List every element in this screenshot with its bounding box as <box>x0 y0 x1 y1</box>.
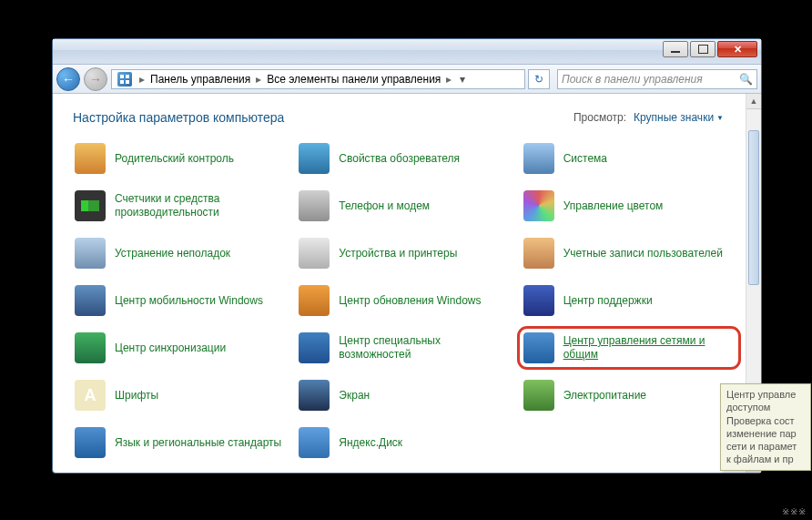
cp-item-label: Свойства обозревателя <box>339 152 460 166</box>
ic-color-icon <box>523 190 554 221</box>
ic-trouble-icon <box>75 238 106 269</box>
cp-item-label: Центр поддержки <box>563 294 653 308</box>
content-area: Настройка параметров компьютера Просмотр… <box>53 94 761 473</box>
search-icon: 🔍 <box>739 73 753 86</box>
ic-update-icon <box>299 285 330 316</box>
crumb-sep-icon: ▸ <box>442 73 455 86</box>
cp-item-label: Экран <box>339 389 370 403</box>
watermark: ※※※ <box>782 506 807 516</box>
minimize-button[interactable] <box>663 41 688 57</box>
cp-item-label: Центр обновления Windows <box>339 294 481 308</box>
cp-item[interactable]: Шрифты <box>73 378 288 413</box>
cp-item[interactable]: Центр управления сетями и общим <box>522 331 736 365</box>
view-label: Просмотр: <box>573 111 626 124</box>
titlebar <box>53 39 761 65</box>
ic-display-icon <box>299 380 330 411</box>
cp-item[interactable]: Центр синхронизации <box>73 331 288 365</box>
control-panel-icon <box>117 72 132 87</box>
cp-item-label: Язык и региональные стандарты <box>115 436 281 450</box>
search-placeholder: Поиск в панели управления <box>562 73 703 86</box>
maximize-button[interactable] <box>690 41 716 57</box>
tooltip-line: Центр управле <box>726 388 805 401</box>
cp-item-label: Электропитание <box>563 389 646 403</box>
control-panel-window: ← → ▸ Панель управления ▸ Все элементы п… <box>52 38 762 474</box>
cp-item-label: Родительский контроль <box>115 152 234 166</box>
cp-item[interactable]: Свойства обозревателя <box>297 141 512 176</box>
crumb-sep-icon: ▸ <box>136 73 148 86</box>
cp-item[interactable]: Управление цветом <box>522 189 736 223</box>
crumb-sep-icon: ▸ <box>252 73 265 86</box>
ic-ease-icon <box>299 332 330 363</box>
cp-item-label: Система <box>563 152 607 166</box>
cp-item[interactable]: Экран <box>297 378 512 413</box>
cp-item[interactable]: Родительский контроль <box>73 141 288 176</box>
cp-item[interactable]: Электропитание <box>522 378 736 413</box>
cp-item-label: Устранение неполадок <box>115 247 230 260</box>
cp-item-label: Управление цветом <box>563 199 664 213</box>
cp-item[interactable]: Система <box>522 141 736 176</box>
ic-perf-icon <box>75 190 106 221</box>
cp-item[interactable]: Центр обновления Windows <box>297 283 512 318</box>
tooltip-line: сети и парамет <box>726 440 805 453</box>
search-input[interactable]: Поиск в панели управления 🔍 <box>557 69 757 89</box>
tooltip-line: изменение пар <box>726 427 805 440</box>
cp-item-label: Центр специальных возможностей <box>339 334 510 362</box>
cp-item-label: Счетчики и средства производительности <box>115 192 286 219</box>
cp-item-label: Центр мобильности Windows <box>115 294 263 308</box>
cp-item-label: Центр управления сетями и общим <box>563 334 735 362</box>
tooltip-line: к файлам и пр <box>726 453 805 465</box>
content-header: Настройка параметров компьютера Просмотр… <box>73 110 742 125</box>
back-button[interactable]: ← <box>56 67 80 91</box>
ic-mobility-icon <box>75 285 106 316</box>
cp-item[interactable]: Счетчики и средства производительности <box>73 189 288 223</box>
ic-sync-icon <box>75 332 106 363</box>
cp-item-label: Яндекс.Диск <box>339 436 402 450</box>
breadcrumb-2[interactable]: Все элементы панели управления <box>265 71 442 87</box>
ic-action-icon <box>523 285 554 316</box>
cp-item[interactable]: Телефон и модем <box>297 189 512 223</box>
ic-internet-icon <box>299 143 330 174</box>
refresh-button[interactable]: ↻ <box>528 69 550 89</box>
ic-system-icon <box>523 143 554 174</box>
tooltip-line: Проверка сост <box>726 414 805 427</box>
ic-devices-icon <box>299 238 330 269</box>
cp-item-label: Телефон и модем <box>339 199 430 213</box>
scroll-up-icon[interactable]: ▲ <box>746 94 761 109</box>
address-drop-icon[interactable]: ▾ <box>455 73 470 86</box>
cp-item[interactable]: Центр мобильности Windows <box>73 283 288 318</box>
breadcrumb-1[interactable]: Панель управления <box>148 71 252 87</box>
tooltip: Центр управле доступом Проверка сост изм… <box>720 383 811 471</box>
ic-region-icon <box>75 427 106 458</box>
items-grid: Родительский контрольСвойства обозревате… <box>73 141 742 460</box>
ic-yandex-icon <box>299 427 330 458</box>
cp-item[interactable]: Яндекс.Диск <box>297 425 512 460</box>
tooltip-line: доступом <box>726 401 805 413</box>
close-button[interactable] <box>717 41 757 57</box>
forward-button[interactable]: → <box>84 67 107 91</box>
cp-item[interactable]: Учетные записи пользователей <box>522 236 736 270</box>
view-mode-dropdown[interactable]: Крупные значки <box>634 111 724 124</box>
cp-item[interactable]: Язык и региональные стандарты <box>73 425 288 460</box>
ic-fonts-icon <box>75 380 106 411</box>
cp-item[interactable]: Устранение неполадок <box>73 236 288 270</box>
page-title: Настройка параметров компьютера <box>73 110 284 125</box>
content-inner: Настройка параметров компьютера Просмотр… <box>53 94 746 473</box>
cp-item-label: Учетные записи пользователей <box>563 247 723 260</box>
address-bar[interactable]: ▸ Панель управления ▸ Все элементы панел… <box>111 69 525 89</box>
cp-item[interactable]: Центр поддержки <box>522 283 736 318</box>
cp-item-label: Шрифты <box>115 389 158 403</box>
ic-network-icon <box>523 332 554 363</box>
scroll-thumb[interactable] <box>748 130 759 285</box>
ic-parental-icon <box>75 143 106 174</box>
view-selector: Просмотр: Крупные значки <box>573 111 724 124</box>
cp-item[interactable]: Центр специальных возможностей <box>297 331 512 365</box>
ic-users-icon <box>523 238 554 269</box>
cp-item-label: Центр синхронизации <box>115 342 226 355</box>
ic-power-icon <box>523 380 554 411</box>
navbar: ← → ▸ Панель управления ▸ Все элементы п… <box>53 65 761 94</box>
cp-item-label: Устройства и принтеры <box>339 247 457 260</box>
ic-phone-icon <box>299 190 330 221</box>
cp-item[interactable]: Устройства и принтеры <box>297 236 512 270</box>
